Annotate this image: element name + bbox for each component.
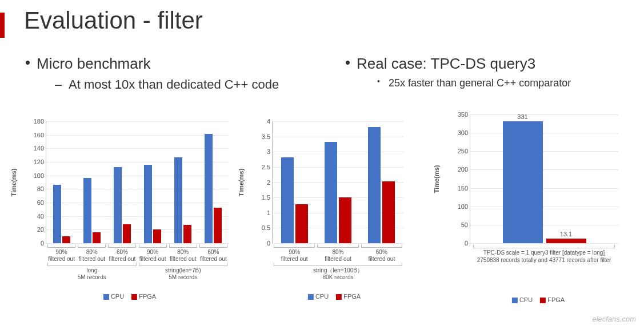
chart3-footer-line: 2750838 records totally and 43771 record…: [470, 257, 618, 264]
watermark: elecfans.com: [592, 315, 636, 323]
y-tick: 140: [34, 145, 46, 152]
legend-swatch-fpga: [336, 294, 342, 300]
bar-cpu: [174, 157, 182, 243]
y-tick: 250: [458, 148, 470, 154]
right-heading: Real case: TPC-DS query3: [343, 55, 629, 73]
grid-line: [46, 121, 229, 122]
bar-fpga: [93, 232, 101, 243]
y-tick: 100: [34, 172, 46, 179]
bar-cpu: [205, 134, 213, 243]
y-tick: 4: [267, 118, 273, 125]
right-column: Real case: TPC-DS query3 25x faster than…: [343, 55, 629, 89]
bar-fpga: [295, 204, 308, 243]
grid-line: [470, 169, 618, 170]
y-tick: 180: [34, 118, 46, 125]
y-tick: 200: [458, 166, 470, 173]
bar-cpu: [368, 127, 381, 243]
x-category: 90%filtered out: [274, 243, 315, 262]
grid-line: [470, 207, 618, 207]
left-column: Micro benchmark At most 10x than dedicat…: [23, 55, 320, 92]
bar-fpga: [382, 181, 395, 243]
x-group: long5M records: [47, 263, 137, 280]
y-tick: 80: [37, 185, 46, 192]
chart1-ylabel: Time(ms): [10, 169, 17, 197]
x-category: 90%filtered out: [139, 243, 167, 262]
grid-line: [273, 137, 403, 137]
bar-cpu: [83, 178, 91, 243]
grid-line: [46, 189, 229, 189]
chart1-legend: CPU FPGA: [103, 293, 156, 300]
y-tick: 40: [37, 213, 46, 220]
chart3-footer-line: TPC-DS scale = 1 query3 filter [datatype…: [470, 249, 618, 257]
x-group: string（len=100B）80K records: [274, 263, 402, 280]
left-heading: Micro benchmark: [23, 55, 320, 73]
legend-cpu-label: CPU: [111, 293, 124, 300]
bar-label: 331: [517, 113, 527, 121]
bar-cpu: [325, 142, 337, 243]
grid-line: [46, 176, 229, 176]
chart3-xaxis: TPC-DS scale = 1 query3 filter [datatype…: [470, 244, 618, 264]
grid-line: [470, 225, 618, 225]
grid-line: [470, 151, 618, 152]
bar-label: 13.1: [560, 231, 572, 239]
legend-swatch-cpu: [308, 294, 314, 300]
x-category: 60%filtered out: [361, 243, 402, 262]
chart3-legend: CPU FPGA: [512, 296, 565, 303]
legend-cpu-label: CPU: [519, 296, 533, 303]
legend-swatch-fpga: [540, 298, 546, 303]
slide-title: Evaluation - filter: [24, 7, 203, 34]
grid-line: [273, 121, 403, 122]
y-tick: 50: [461, 221, 470, 228]
chart-micro-long-string: Time(ms) 02040608010012014016018090%filt…: [30, 121, 230, 244]
legend-swatch-cpu: [512, 298, 518, 303]
grid-line: [46, 229, 229, 230]
y-tick: 0: [41, 240, 46, 247]
grid-line: [470, 188, 618, 189]
y-tick: 100: [458, 203, 470, 210]
legend-fpga-label: FPGA: [547, 296, 565, 303]
y-tick: 120: [34, 158, 46, 165]
legend-cpu-label: CPU: [315, 293, 329, 300]
left-subheading: At most 10x than dedicated C++ code: [23, 77, 320, 92]
bar-cpu: [53, 185, 61, 243]
x-group: string(len=7B)5M records: [139, 263, 228, 280]
y-tick: 2.5: [262, 164, 273, 171]
grid-line: [273, 152, 403, 152]
bar-cpu: [144, 165, 152, 243]
chart2-plot: 00.511.522.533.5490%filtered out80%filte…: [272, 121, 403, 244]
y-tick: 20: [37, 226, 46, 233]
x-category: 80%filtered out: [317, 243, 358, 262]
y-tick: 150: [458, 185, 470, 192]
chart3-plot: 05010015020025030035033113.1: [470, 114, 618, 244]
y-tick: 3.5: [262, 133, 273, 140]
grid-line: [470, 114, 618, 115]
bar-fpga: [183, 225, 191, 243]
y-tick: 0: [267, 240, 273, 247]
bar-cpu: 331: [503, 121, 543, 243]
legend-fpga-label: FPGA: [139, 293, 156, 300]
bar-fpga: 13.1: [546, 239, 586, 243]
bar-fpga: [339, 197, 351, 243]
grid-line: [470, 133, 618, 133]
chart-tpcds: Time(ms) 05010015020025030035033113.1 TP…: [453, 114, 624, 244]
x-category: 90%filtered out: [47, 243, 75, 262]
y-tick: 1: [267, 209, 273, 216]
x-category: 80%filtered out: [78, 243, 106, 262]
y-tick: 0.5: [262, 224, 273, 231]
x-category: 80%filtered out: [169, 243, 197, 262]
legend-swatch-cpu: [103, 294, 109, 300]
y-tick: 2: [267, 179, 273, 186]
right-subheading: 25x faster than general C++ comparator: [343, 77, 629, 89]
y-tick: 160: [34, 132, 46, 138]
bar-fpga: [123, 224, 131, 243]
bar-fpga: [62, 236, 70, 243]
bar-cpu: [281, 157, 294, 243]
y-tick: 350: [458, 111, 470, 118]
y-tick: 1.5: [262, 194, 273, 201]
chart2-legend: CPU FPGA: [308, 293, 361, 300]
x-category: 60%filtered out: [108, 243, 136, 262]
grid-line: [46, 135, 229, 136]
chart3-ylabel: Time(ms): [433, 165, 440, 193]
bar-cpu: [114, 167, 122, 243]
bar-fpga: [214, 208, 222, 243]
